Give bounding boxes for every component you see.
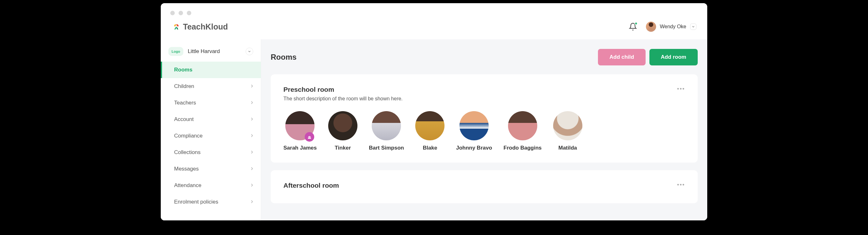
room-description: The short description of the room will b… — [283, 96, 403, 102]
sidebar-item-label: Collections — [174, 149, 200, 156]
child-card[interactable]: Sarah James — [283, 111, 317, 151]
add-room-button[interactable]: Add room — [649, 49, 698, 65]
sidebar-item-label: Teachers — [174, 100, 196, 106]
child-avatar — [508, 111, 537, 140]
birthday-badge-icon — [305, 132, 314, 142]
chevron-right-icon — [251, 116, 253, 123]
chevron-right-icon — [251, 199, 253, 205]
room-card: Preschool roomThe short description of t… — [271, 74, 698, 163]
chevron-right-icon — [251, 133, 253, 139]
chevron-down-icon — [246, 47, 253, 55]
header-actions: Add child Add room — [598, 49, 698, 65]
sidebar-item-rooms[interactable]: Rooms — [161, 62, 261, 78]
chevron-right-icon — [251, 83, 253, 90]
sidebar-item-label: Attendance — [174, 182, 202, 189]
child-card[interactable]: Blake — [415, 111, 444, 151]
child-name: Blake — [423, 145, 437, 151]
sidebar-item-account[interactable]: Account — [161, 111, 261, 128]
sidebar-item-label: Enrolment policies — [174, 199, 218, 205]
sidebar: Logo Little Harvard RoomsChildrenTeacher… — [161, 39, 261, 221]
topbar: TeachKloud Wendy Oke — [161, 20, 707, 39]
child-name: Matilda — [558, 145, 577, 151]
sidebar-item-collections[interactable]: Collections — [161, 144, 261, 161]
child-avatar — [553, 111, 582, 140]
app-window: TeachKloud Wendy Oke Logo L — [161, 3, 707, 221]
more-options-icon[interactable]: ••• — [677, 86, 685, 92]
sidebar-item-label: Account — [174, 116, 193, 123]
user-avatar — [646, 22, 656, 32]
chevron-right-icon — [251, 166, 253, 172]
sidebar-nav: RoomsChildrenTeachersAccountComplianceCo… — [161, 62, 261, 210]
sidebar-item-label: Messages — [174, 166, 198, 172]
page-title: Rooms — [271, 53, 297, 62]
child-avatar — [328, 111, 358, 140]
notification-badge — [634, 22, 638, 25]
sidebar-item-label: Children — [174, 83, 194, 90]
window-controls — [161, 3, 707, 20]
child-avatar — [372, 111, 401, 140]
room-title: Afterschool room — [283, 182, 339, 189]
sidebar-item-enrolment-policies[interactable]: Enrolment policies — [161, 194, 261, 210]
sidebar-item-compliance[interactable]: Compliance — [161, 128, 261, 144]
sidebar-item-teachers[interactable]: Teachers — [161, 95, 261, 111]
school-name: Little Harvard — [188, 48, 241, 55]
child-card[interactable]: Johnny Bravo — [456, 111, 492, 151]
child-name: Bart Simpson — [369, 145, 404, 151]
child-name: Johnny Bravo — [456, 145, 492, 151]
sidebar-item-label: Compliance — [174, 133, 203, 139]
sidebar-item-messages[interactable]: Messages — [161, 161, 261, 177]
children-row: Sarah JamesTinkerBart SimpsonBlakeJohnny… — [283, 111, 685, 151]
content-area: Logo Little Harvard RoomsChildrenTeacher… — [161, 39, 707, 221]
sidebar-item-label: Rooms — [174, 67, 192, 73]
child-card[interactable]: Tinker — [328, 111, 358, 151]
window-dot — [170, 11, 175, 15]
child-name: Frodo Baggins — [503, 145, 542, 151]
room-card-header: Afterschool room••• — [283, 182, 685, 192]
rooms-list: Preschool roomThe short description of t… — [271, 74, 698, 203]
window-dot — [187, 11, 191, 15]
main-header: Rooms Add child Add room — [271, 49, 698, 65]
user-menu[interactable]: Wendy Oke — [646, 22, 696, 32]
room-card-header: Preschool roomThe short description of t… — [283, 86, 685, 111]
child-avatar — [459, 111, 489, 140]
child-card[interactable]: Frodo Baggins — [503, 111, 542, 151]
add-child-button[interactable]: Add child — [598, 49, 645, 65]
child-card[interactable]: Matilda — [553, 111, 582, 151]
school-logo-pill: Logo — [168, 47, 183, 56]
topbar-right: Wendy Oke — [629, 22, 696, 32]
child-avatar — [415, 111, 444, 140]
child-card[interactable]: Bart Simpson — [369, 111, 404, 151]
more-options-icon[interactable]: ••• — [677, 182, 685, 188]
user-name: Wendy Oke — [660, 24, 686, 30]
sidebar-item-attendance[interactable]: Attendance — [161, 177, 261, 194]
chevron-right-icon — [251, 182, 253, 189]
brand-logo-icon — [172, 22, 181, 31]
main-content: Rooms Add child Add room Preschool roomT… — [261, 39, 707, 221]
child-name: Sarah James — [283, 145, 317, 151]
room-card: Afterschool room••• — [271, 170, 698, 203]
chevron-down-icon — [690, 24, 696, 30]
sidebar-item-children[interactable]: Children — [161, 78, 261, 95]
notification-bell-icon[interactable] — [629, 23, 637, 31]
brand-name: TeachKloud — [183, 22, 228, 31]
room-title: Preschool room — [283, 86, 403, 93]
brand-logo[interactable]: TeachKloud — [172, 22, 228, 31]
child-name: Tinker — [335, 145, 351, 151]
chevron-right-icon — [251, 149, 253, 156]
window-dot — [179, 11, 183, 15]
chevron-right-icon — [251, 100, 253, 106]
school-selector[interactable]: Logo Little Harvard — [168, 47, 253, 56]
